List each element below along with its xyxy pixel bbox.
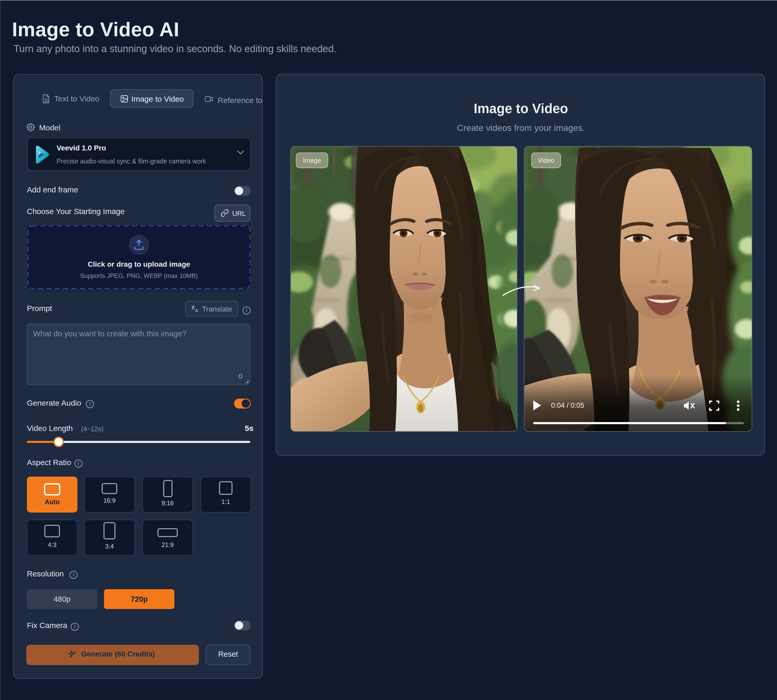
svg-text:A: A bbox=[195, 308, 198, 313]
